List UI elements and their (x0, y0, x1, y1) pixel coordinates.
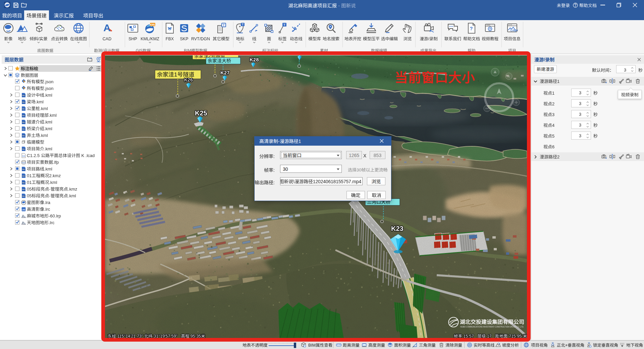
svg-text:KML: KML (22, 168, 25, 170)
svg-text:?: ? (470, 26, 473, 31)
svg-text:HUBEI COMMUNICATIONS INVESTMEN: HUBEI COMMUNICATIONS INVESTMENT CONSTRUC… (460, 325, 524, 328)
svg-text:当前窗口大小: 当前窗口大小 (395, 67, 475, 86)
svg-text:KML: KML (22, 115, 25, 116)
svg-text:CA: CA (22, 155, 25, 157)
svg-text:KML: KML (22, 195, 25, 197)
svg-text:K28: K28 (250, 56, 259, 63)
svg-text:LRC: LRC (22, 209, 25, 211)
svg-text:帧率 15.57 层级 17 距地面 715.95: 帧率 15.57 层级 17 距地面 715.95 米 (454, 333, 527, 339)
svg-text:K27: K27 (220, 69, 230, 76)
svg-text:KML: KML (22, 95, 25, 96)
svg-text:KML: KML (22, 182, 25, 184)
svg-text:KML: KML (22, 148, 25, 150)
svg-text:KML: KML (22, 108, 25, 110)
svg-text:T: T (242, 23, 244, 26)
svg-text:K26: K26 (184, 76, 193, 83)
svg-text:KML: KML (22, 128, 25, 130)
svg-text:T: T (283, 23, 285, 27)
svg-text:东经 115°14′21.73″ 北纬 31°19′57.5: 东经 115°14′21.73″ 北纬 31°19′57.59″ 高程 95.3… (108, 333, 205, 339)
svg-text:A: A (103, 22, 111, 33)
svg-text:KMZ: KMZ (22, 189, 25, 190)
svg-text:T: T (223, 23, 225, 27)
svg-text:KML: KML (22, 101, 25, 103)
svg-text:KML: KML (22, 135, 25, 137)
svg-text:余家洼大桥: 余家洼大桥 (208, 57, 231, 64)
svg-text:N: N (507, 74, 510, 79)
svg-text:K23: K23 (391, 223, 404, 233)
svg-text:KML: KML (22, 121, 25, 123)
svg-text:湖北交投建设集团有限公司: 湖北交投建设集团有限公司 (460, 317, 524, 326)
svg-text:KML: KML (150, 23, 155, 26)
svg-text:K25: K25 (195, 108, 207, 117)
svg-text:Logo: Logo (511, 29, 518, 32)
svg-text:KMZ: KMZ (22, 175, 25, 177)
